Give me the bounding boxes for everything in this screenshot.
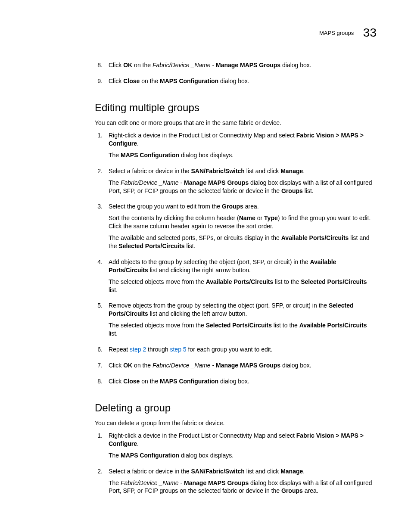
step-line: Select the group you want to edit from t… <box>109 202 372 211</box>
text-run: - <box>179 179 184 186</box>
text-run: Selected Ports/Circuits <box>301 278 367 285</box>
text-run: or <box>255 215 264 221</box>
section-title-deleting: Deleting a group <box>95 401 372 415</box>
text-run: on the <box>140 378 160 385</box>
text-run: - <box>211 362 216 369</box>
page-content: 8.Click OK on the Fabric/Device _Name - … <box>95 61 372 498</box>
text-run: area. <box>243 203 259 210</box>
text-run: Manage MAPS Groups <box>216 62 280 68</box>
text-run: Available Ports/Circuits <box>299 322 367 329</box>
step-line: Sort the contents by clicking the column… <box>109 214 372 230</box>
step-body: Remove objects from the group by selecti… <box>109 302 372 341</box>
cross-ref-link[interactable]: step 2 <box>130 346 146 353</box>
header-section: MAPS groups <box>319 30 354 36</box>
text-run: Right-click a device in the Product List… <box>109 432 296 439</box>
text-run: - <box>211 62 216 68</box>
step-line: The Fabric/Device _Name - Manage MAPS Gr… <box>109 179 372 195</box>
text-run: OK <box>123 62 132 68</box>
text-run: dialog box displays. <box>179 152 234 159</box>
text-run: . <box>303 468 305 475</box>
text-run: Manage MAPS Groups <box>216 362 280 369</box>
text-run: MAPS Configuration <box>121 152 179 159</box>
text-run: Click <box>109 62 123 68</box>
text-run: Right-click a device in the Product List… <box>109 132 296 139</box>
step-body: Click OK on the Fabric/Device _Name - Ma… <box>109 361 372 373</box>
step-number: 3. <box>95 202 103 253</box>
step-body: Click Close on the MAPS Configuration di… <box>109 377 372 389</box>
step-body: Right-click a device in the Product List… <box>109 432 372 463</box>
text-run: dialog box. <box>218 78 249 84</box>
text-run: The <box>109 152 121 159</box>
numbered-step: 5.Remove objects from the group by selec… <box>95 302 372 341</box>
text-run: Available Ports/Circuits <box>206 278 274 285</box>
text-run: Type <box>264 215 278 221</box>
text-run: list. <box>109 330 118 337</box>
text-run: Sort the contents by clicking the column… <box>109 215 239 221</box>
section-intro: You can edit one or more groups that are… <box>95 119 372 127</box>
text-run: . <box>303 168 305 174</box>
step-line: The available and selected ports, SFPs, … <box>109 234 372 250</box>
text-run: Groups <box>281 187 303 194</box>
text-run: area. <box>303 487 318 494</box>
text-run: Groups <box>281 487 303 494</box>
numbered-step: 2.Select a fabric or device in the SAN/F… <box>95 467 372 499</box>
step-line: The selected objects move from the Selec… <box>109 321 372 338</box>
text-run: on the <box>132 362 153 369</box>
text-run: dialog box. <box>280 362 311 369</box>
text-run: list and click <box>245 168 280 174</box>
text-run: on the <box>132 62 153 68</box>
text-run: list to the <box>273 278 301 285</box>
text-run: Selected Ports/Circuits <box>118 243 184 249</box>
text-run: list and click <box>245 468 280 475</box>
section1-steps: 1.Right-click a device in the Product Li… <box>95 131 372 389</box>
text-run: list. <box>185 243 196 249</box>
text-run: Groups <box>222 203 243 210</box>
top-steps: 8.Click OK on the Fabric/Device _Name - … <box>95 61 372 89</box>
text-run: Remove objects from the group by selecti… <box>109 302 329 309</box>
text-run: The <box>109 179 121 186</box>
text-run: dialog box displays. <box>179 452 234 459</box>
step-body: Add objects to the group by selecting th… <box>109 258 372 298</box>
text-run: list. <box>109 286 118 293</box>
text-run: Select a fabric or device in the <box>109 168 191 174</box>
text-run: Fabric/Device _Name <box>121 179 179 186</box>
step-line: Right-click a device in the Product List… <box>109 131 372 148</box>
text-run: OK <box>123 362 132 369</box>
cross-ref-link[interactable]: step 5 <box>170 346 186 353</box>
step-line: Right-click a device in the Product List… <box>109 432 372 448</box>
text-run: Selected Ports/Circuits <box>206 322 272 329</box>
step-body: Click OK on the Fabric/Device _Name - Ma… <box>109 61 372 73</box>
text-run: list. <box>303 187 314 194</box>
text-run: on the <box>140 78 160 84</box>
text-run: Add objects to the group by selecting th… <box>109 258 310 265</box>
step-line: Remove objects from the group by selecti… <box>109 302 372 318</box>
numbered-step: 9.Click Close on the MAPS Configuration … <box>95 77 372 89</box>
numbered-step: 2.Select a fabric or device in the SAN/F… <box>95 167 372 199</box>
text-run: The selected objects move from the <box>109 322 206 329</box>
step-number: 2. <box>95 467 103 499</box>
section-intro: You can delete a group from the fabric o… <box>95 419 372 427</box>
step-number: 6. <box>95 345 103 357</box>
step-number: 7. <box>95 361 103 373</box>
numbered-step: 8.Click Close on the MAPS Configuration … <box>95 377 372 389</box>
text-run: SAN/Fabric/Switch <box>191 468 244 475</box>
step-body: Click Close on the MAPS Configuration di… <box>109 77 372 89</box>
step-line: Select a fabric or device in the SAN/Fab… <box>109 467 372 476</box>
text-run: The available and selected ports, SFPs, … <box>109 234 281 241</box>
step-line: Repeat step 2 through step 5 for each gr… <box>109 345 372 354</box>
step-number: 2. <box>95 167 103 199</box>
text-run: The <box>109 479 121 486</box>
text-run: Select a fabric or device in the <box>109 468 191 475</box>
step-line: Select a fabric or device in the SAN/Fab… <box>109 167 372 175</box>
numbered-step: 4.Add objects to the group by selecting … <box>95 258 372 298</box>
text-run: Close <box>123 378 140 385</box>
step-number: 4. <box>95 258 103 298</box>
text-run: SAN/Fabric/Switch <box>191 168 244 174</box>
step-line: Click Close on the MAPS Configuration di… <box>109 377 372 386</box>
numbered-step: 3.Select the group you want to edit from… <box>95 202 372 253</box>
text-run: dialog box. <box>218 378 249 385</box>
header-chapter-number: 33 <box>363 26 377 39</box>
text-run: list and clicking the right arrow button… <box>148 267 251 274</box>
step-number: 8. <box>95 61 103 73</box>
text-run: The <box>109 452 121 459</box>
